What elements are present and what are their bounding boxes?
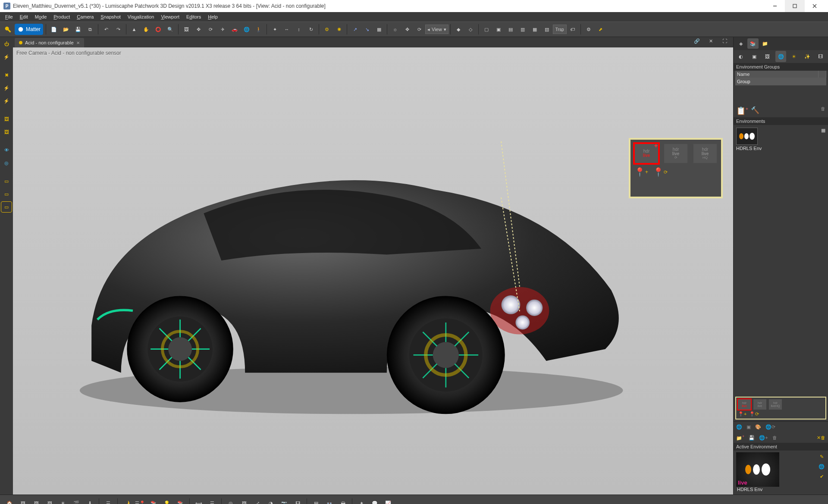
maximize-button[interactable] — [785, 0, 805, 12]
rp-tab-library-icon[interactable]: 📚 — [747, 38, 759, 49]
menu-viewport[interactable]: Viewport — [157, 13, 183, 21]
col-name-header[interactable]: Name — [735, 71, 819, 78]
new-env-icon[interactable]: 📁+ — [736, 434, 744, 441]
light3-icon[interactable]: ⟳ — [414, 24, 425, 35]
mini-pin-sync-icon[interactable]: 📍⟳ — [749, 411, 759, 417]
bcirc-icon[interactable]: ◑ — [265, 498, 277, 504]
flash-dot-icon[interactable]: ⚡ — [1, 96, 12, 106]
diamond-o-icon[interactable]: ◇ — [465, 24, 476, 35]
globe-refresh-icon[interactable]: 🌐⟳ — [765, 424, 775, 430]
gallery-icon[interactable]: 🖼 — [181, 24, 192, 35]
menu-camera[interactable]: Camera — [73, 13, 97, 21]
effect-icon[interactable]: ✨ — [802, 51, 813, 62]
local-env-sync-button[interactable]: 📍⟳ — [654, 167, 667, 177]
delete-group-icon[interactable]: 🗑 — [821, 106, 825, 116]
ax2-icon[interactable]: ↘ — [361, 24, 373, 35]
active-env-thumb[interactable]: live — [736, 452, 779, 487]
sun-icon[interactable]: ☀ — [789, 51, 800, 62]
gear2-icon[interactable]: ✺ — [333, 24, 345, 35]
bsun-icon[interactable]: ☀ — [57, 498, 69, 504]
pivot-x-icon[interactable]: ↔ — [281, 24, 292, 35]
bfilm-icon[interactable]: 🎞 — [292, 498, 304, 504]
group-row[interactable]: Group — [735, 78, 819, 85]
gear1-icon[interactable]: ⚙ — [321, 24, 332, 35]
expand-icon[interactable]: ⛶ — [719, 35, 730, 47]
box3-icon[interactable]: ▤ — [505, 24, 516, 35]
bstk2-icon[interactable]: 📚 — [174, 498, 186, 504]
hammer-icon[interactable]: 🔨 — [751, 106, 759, 116]
flash-s-icon[interactable]: ⚡ — [1, 83, 12, 93]
hdr-live-hq-button[interactable]: hdr live HQ — [693, 144, 717, 163]
menu-visualization[interactable]: Visualization — [124, 13, 158, 21]
save-icon[interactable]: 💾 — [72, 24, 84, 35]
move-icon[interactable]: ✥ — [193, 24, 204, 35]
bpic2-icon[interactable]: 🖼 — [30, 498, 42, 504]
rp-tab-folder-icon[interactable]: 📁 — [759, 38, 771, 49]
bdl-icon[interactable]: ⬇ — [84, 498, 96, 504]
menu-snapshot[interactable]: Snapshot — [97, 13, 124, 21]
rot-icon[interactable]: ⟳ — [205, 24, 216, 35]
new-icon[interactable]: 📄 — [48, 24, 60, 35]
flash-x-icon[interactable]: ✖ — [1, 70, 12, 80]
mini-hdr-live-plus-button[interactable]: hdrlive — [738, 399, 751, 410]
image1-icon[interactable]: 🖼 — [1, 114, 12, 124]
link-icon[interactable]: 🔗 — [691, 35, 703, 47]
menu-file[interactable]: File — [2, 13, 16, 21]
bmoon-icon[interactable]: 🌙 — [121, 498, 133, 504]
wrench-icon[interactable] — [2, 24, 13, 35]
col-flag-header[interactable] — [819, 71, 826, 78]
globe2-icon[interactable]: 🌐 — [775, 51, 786, 62]
cursor-icon[interactable]: ▲ — [129, 24, 140, 35]
globe-plus-icon[interactable]: 🌐+ — [759, 435, 768, 441]
hdr-live-plus-button[interactable]: hdr live + — [635, 144, 658, 163]
bclap-icon[interactable]: 🎬 — [70, 498, 82, 504]
bbars-icon[interactable]: ▤ — [310, 498, 322, 504]
mini-hdr-live-hq-button[interactable]: hdrliveHQ — [769, 399, 782, 410]
aspect2-icon[interactable]: ▭ — [1, 189, 12, 199]
pivot-xyz-icon[interactable]: ✦ — [269, 24, 280, 35]
box1-icon[interactable]: ▢ — [481, 24, 492, 35]
trsp-box[interactable]: Trsp — [553, 25, 567, 34]
edit-pencil-icon[interactable]: ✎ — [818, 454, 825, 460]
bstar-icon[interactable]: ✦ — [355, 498, 367, 504]
bolt-icon[interactable]: ⚡ — [1, 52, 12, 62]
bcam-icon[interactable]: 📷 — [278, 498, 290, 504]
new-group-icon[interactable]: 📋+ — [736, 106, 748, 116]
globe4-icon[interactable]: 🌐 — [818, 464, 825, 470]
sphere-icon[interactable]: ◐ — [736, 51, 746, 62]
globe-icon[interactable]: 🌐 — [241, 24, 252, 35]
open-icon[interactable]: 📂 — [60, 24, 72, 35]
redo-icon[interactable]: ↷ — [113, 24, 124, 35]
bstk1-icon[interactable]: 📚 — [147, 498, 160, 504]
box5-icon[interactable]: ▦ — [529, 24, 540, 35]
light1-icon[interactable]: ☼ — [389, 24, 401, 35]
light2-icon[interactable]: ✥ — [401, 24, 413, 35]
menu-edit[interactable]: Edit — [16, 13, 31, 21]
plane-icon[interactable]: ✈ — [217, 24, 228, 35]
image3-icon[interactable]: 🖼 — [762, 51, 773, 62]
ax1-icon[interactable]: ↗ — [349, 24, 361, 35]
undo-icon[interactable]: ↶ — [100, 24, 112, 35]
menu-editors[interactable]: Editors — [183, 13, 204, 21]
power-icon[interactable]: ⏻ — [1, 39, 12, 49]
bgraph-icon[interactable]: 📈 — [382, 498, 394, 504]
box4-icon[interactable]: ▥ — [517, 24, 528, 35]
minimize-button[interactable] — [765, 0, 785, 12]
paint-icon[interactable]: 🎨 — [755, 424, 761, 430]
duplicate-icon[interactable]: ⧉ — [85, 24, 96, 35]
viewport[interactable]: Free Camera - Acid - non configurable se… — [13, 47, 733, 495]
check-sq-icon[interactable]: ▣ — [749, 51, 760, 62]
film2-icon[interactable]: 🎞 — [815, 51, 826, 62]
menu-help[interactable]: Help — [204, 13, 221, 21]
arrow-ne-icon[interactable]: ⬈ — [595, 24, 606, 35]
aspect1-icon[interactable]: ▭ — [1, 176, 12, 186]
matter-mode-button[interactable]: Matter — [15, 24, 43, 35]
hand-icon[interactable]: ✋ — [141, 24, 152, 35]
diamond-icon[interactable]: ◆ — [453, 24, 464, 35]
box2-icon[interactable]: ▣ — [493, 24, 504, 35]
menu-product[interactable]: Product — [50, 13, 73, 21]
bvr-icon[interactable]: 🕶 — [337, 498, 349, 504]
bpic1-icon[interactable]: 🖼 — [17, 498, 29, 504]
close-x-icon[interactable]: ✕ — [705, 35, 716, 47]
trash-icon[interactable]: 🗑 — [772, 435, 777, 440]
